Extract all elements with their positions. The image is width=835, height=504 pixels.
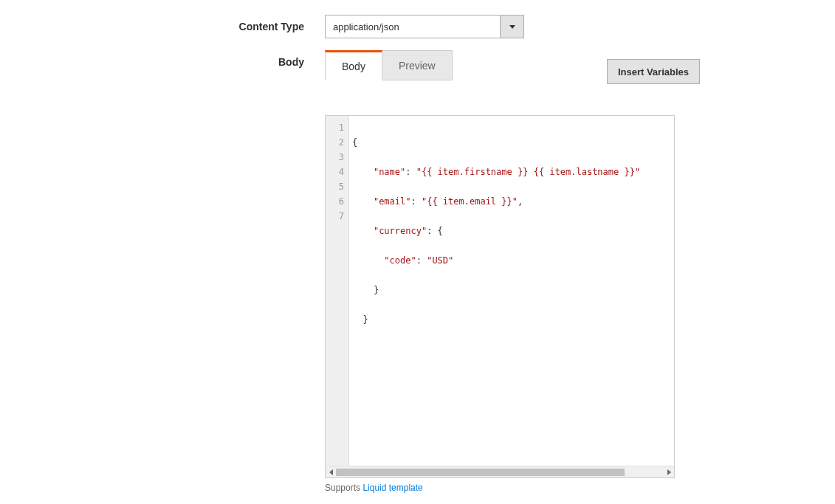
insert-variables-button[interactable]: Insert Variables xyxy=(607,59,700,84)
line-number-gutter: 1 2 3 4 5 6 7 xyxy=(326,116,349,466)
scroll-track[interactable] xyxy=(336,469,664,476)
line-number: 1 xyxy=(326,120,348,135)
tab-preview[interactable]: Preview xyxy=(382,50,453,80)
content-type-row: Content Type xyxy=(0,0,835,38)
content-type-select[interactable] xyxy=(325,15,524,38)
line-number: 7 xyxy=(326,209,348,224)
line-number: 6 xyxy=(326,194,348,209)
body-row: Body Body Preview Insert Variables 1 2 3… xyxy=(0,50,835,493)
horizontal-scrollbar[interactable] xyxy=(326,466,674,477)
body-label: Body xyxy=(0,50,325,68)
tab-body[interactable]: Body xyxy=(325,50,382,80)
chevron-down-icon xyxy=(509,25,515,29)
liquid-template-link[interactable]: Liquid template xyxy=(362,483,422,493)
scroll-right-button[interactable] xyxy=(664,466,674,478)
line-number: 5 xyxy=(326,179,348,194)
scroll-thumb[interactable] xyxy=(336,469,625,476)
triangle-left-icon xyxy=(329,469,333,475)
helper-text: Supports Liquid template xyxy=(325,483,709,493)
helper-prefix: Supports xyxy=(325,483,362,493)
scroll-left-button[interactable] xyxy=(326,466,336,478)
code-editor[interactable]: 1 2 3 4 5 6 7 { "name": "{{ item.firstna… xyxy=(325,115,675,478)
code-content[interactable]: { "name": "{{ item.firstname }} {{ item.… xyxy=(349,116,674,466)
triangle-right-icon xyxy=(667,469,671,475)
body-tabs-header: Body Preview Insert Variables xyxy=(325,50,700,84)
line-number: 2 xyxy=(326,135,348,150)
content-type-label: Content Type xyxy=(0,15,325,32)
content-type-input[interactable] xyxy=(325,15,500,38)
line-number: 4 xyxy=(326,165,348,179)
content-type-dropdown-button[interactable] xyxy=(500,15,524,38)
line-number: 3 xyxy=(326,150,348,165)
body-tabs: Body Preview xyxy=(325,50,452,80)
